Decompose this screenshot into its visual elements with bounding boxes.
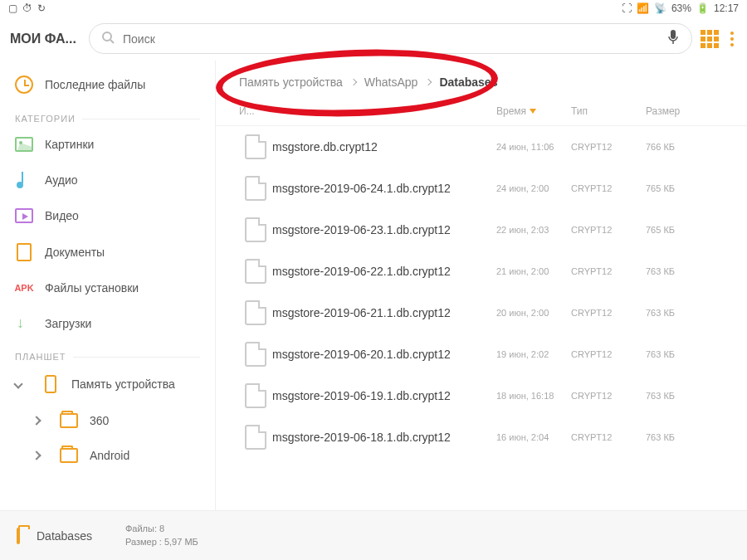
sidebar-video[interactable]: Видео: [0, 198, 215, 233]
col-name[interactable]: И...: [239, 105, 496, 117]
col-type[interactable]: Тип: [571, 105, 646, 117]
file-name: msgstore-2019-06-22.1.db.crypt12: [272, 265, 496, 278]
footer-folder-name: Databases: [37, 529, 92, 543]
main-panel: Память устройства WhatsApp Databases И..…: [216, 61, 747, 521]
file-icon: [239, 342, 272, 367]
clock-icon: [15, 75, 33, 94]
file-time: 22 июн, 2:03: [496, 225, 571, 235]
sidebar-tablet-header: ПЛАНШЕТ: [0, 342, 215, 365]
sidebar-recent[interactable]: Последние файлы: [0, 66, 215, 104]
status-bar: ▢ ⏱ ↻ ⛶ 📶 📡 63% 🔋 12:17: [0, 0, 747, 17]
sync-icon: ↻: [37, 2, 46, 14]
more-icon[interactable]: [727, 28, 737, 50]
file-row[interactable]: msgstore-2019-06-24.1.db.crypt1224 июн, …: [216, 168, 747, 209]
sidebar-audio[interactable]: Аудио: [0, 162, 215, 198]
column-header: И... Время Тип Размер: [216, 100, 747, 126]
file-name: msgstore-2019-06-23.1.db.crypt12: [272, 223, 496, 236]
sidebar-recent-label: Последние файлы: [45, 78, 145, 91]
sidebar-images[interactable]: Картинки: [0, 127, 215, 162]
file-row[interactable]: msgstore.db.crypt1224 июн, 11:06CRYPT127…: [216, 126, 747, 168]
file-time: 16 июн, 2:04: [496, 432, 571, 442]
search-icon: [101, 31, 115, 46]
svg-rect-2: [671, 30, 676, 39]
chevron-right-icon: [32, 450, 41, 460]
breadcrumb-current[interactable]: Databases: [439, 75, 497, 89]
chevron-down-icon: [13, 379, 22, 388]
file-time: 24 июн, 2:00: [496, 183, 571, 193]
file-row[interactable]: msgstore-2019-06-21.1.db.crypt1220 июн, …: [216, 292, 747, 334]
sidebar-audio-label: Аудио: [45, 173, 78, 187]
signal-icon: 📡: [654, 2, 666, 14]
file-icon: [239, 217, 272, 242]
col-time[interactable]: Время: [496, 105, 571, 117]
file-name: msgstore-2019-06-24.1.db.crypt12: [272, 182, 496, 195]
sidebar-apk-label: Файлы установки: [45, 281, 139, 295]
search-input[interactable]: [123, 32, 660, 46]
breadcrumb-item[interactable]: Память устройства: [239, 75, 343, 89]
sidebar: Последние файлы КАТЕГОРИИ Картинки Аудио…: [0, 61, 216, 521]
file-name: msgstore-2019-06-21.1.db.crypt12: [272, 306, 496, 319]
video-icon: [15, 208, 33, 223]
file-time: 20 июн, 2:00: [496, 308, 571, 318]
sidebar-images-label: Картинки: [45, 138, 94, 151]
file-type: CRYPT12: [571, 432, 646, 442]
sidebar-folder-360[interactable]: 360: [0, 403, 215, 438]
sidebar-downloads-label: Загрузки: [45, 317, 91, 330]
file-time: 21 июн, 2:00: [496, 266, 571, 276]
file-row[interactable]: msgstore-2019-06-19.1.db.crypt1218 июн, …: [216, 375, 747, 416]
file-type: CRYPT12: [571, 225, 646, 235]
file-icon: [239, 383, 272, 408]
file-name: msgstore.db.crypt12: [272, 140, 496, 153]
svg-line-1: [110, 40, 114, 43]
file-type: CRYPT12: [571, 349, 646, 359]
svg-point-0: [103, 32, 111, 41]
file-size: 765 КБ: [646, 225, 724, 235]
file-size: 763 КБ: [646, 308, 724, 318]
clock-text: 12:17: [714, 2, 739, 14]
file-name: msgstore-2019-06-20.1.db.crypt12: [272, 348, 496, 361]
col-size[interactable]: Размер: [646, 105, 724, 117]
file-size: 765 КБ: [646, 183, 724, 193]
wifi-icon: 📶: [637, 2, 649, 14]
file-row[interactable]: msgstore-2019-06-20.1.db.crypt1219 июн, …: [216, 334, 747, 375]
file-icon: [239, 300, 272, 325]
file-time: 18 июн, 16:18: [496, 391, 571, 401]
sidebar-folder-android[interactable]: Android: [0, 438, 215, 473]
grid-view-icon[interactable]: [701, 30, 719, 48]
file-row[interactable]: msgstore-2019-06-18.1.db.crypt1216 июн, …: [216, 416, 747, 458]
file-size: 763 КБ: [646, 432, 724, 442]
file-size: 763 КБ: [646, 349, 724, 359]
file-size: 766 КБ: [646, 142, 724, 152]
download-icon: [15, 314, 33, 332]
sidebar-device-storage-label: Память устройства: [71, 377, 175, 391]
search-box[interactable]: [89, 23, 692, 54]
sort-desc-icon: [530, 109, 536, 114]
battery-icon: 🔋: [696, 2, 709, 14]
sidebar-documents-label: Документы: [45, 246, 105, 259]
sidebar-downloads[interactable]: Загрузки: [0, 304, 215, 342]
file-time: 24 июн, 11:06: [496, 142, 571, 152]
phone-icon: [42, 375, 60, 393]
battery-text: 63%: [671, 2, 691, 14]
sidebar-folder-android-label: Android: [90, 449, 129, 462]
sidebar-categories-header: КАТЕГОРИИ: [0, 104, 215, 127]
file-type: CRYPT12: [571, 266, 646, 276]
file-list: msgstore.db.crypt1224 июн, 11:06CRYPT127…: [216, 126, 747, 521]
breadcrumb-item[interactable]: WhatsApp: [364, 75, 418, 89]
footer-file-count: Файлы: 8: [125, 523, 198, 535]
footer-bar: Databases Файлы: 8 Размер : 5,97 МБ: [0, 510, 747, 560]
file-type: CRYPT12: [571, 142, 646, 152]
file-icon: [239, 176, 272, 201]
file-name: msgstore-2019-06-19.1.db.crypt12: [272, 389, 496, 402]
file-row[interactable]: msgstore-2019-06-22.1.db.crypt1221 июн, …: [216, 251, 747, 292]
sidebar-folder-360-label: 360: [90, 414, 109, 427]
file-row[interactable]: msgstore-2019-06-23.1.db.crypt1222 июн, …: [216, 209, 747, 251]
file-name: msgstore-2019-06-18.1.db.crypt12: [272, 431, 496, 444]
sidebar-apk[interactable]: APK Файлы установки: [0, 271, 215, 304]
sidebar-device-storage[interactable]: Память устройства: [0, 365, 215, 403]
alarm-icon: ⏱: [22, 2, 32, 14]
mic-icon[interactable]: [666, 29, 680, 48]
file-type: CRYPT12: [571, 391, 646, 401]
sidebar-documents[interactable]: Документы: [0, 233, 215, 271]
file-size: 763 КБ: [646, 266, 724, 276]
